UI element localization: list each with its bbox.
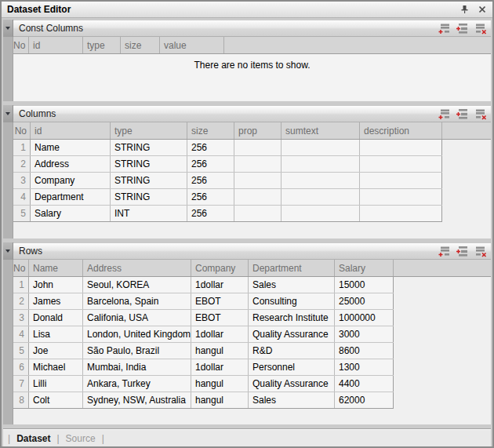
cell-salary[interactable]: 15000 [335,277,394,293]
cell-size[interactable]: 256 [187,156,234,172]
cell-id[interactable]: Name [31,140,111,155]
add-row-icon[interactable] [438,108,451,120]
table-row[interactable]: 5SalaryINT256 [13,206,442,222]
cell-department[interactable]: Research Institute [249,310,335,326]
table-row[interactable]: 2JamesBarcelona, SpainEBOTConsulting2500… [13,293,394,310]
cell-description[interactable] [360,140,442,155]
cell-company[interactable]: 1dollar [191,359,249,375]
cell-sumtext[interactable] [282,173,360,188]
cell-address[interactable]: Barcelona, Spain [83,293,191,309]
column-header-id[interactable]: id [29,37,83,53]
table-row[interactable]: 3CompanySTRING256 [13,173,442,189]
cell-salary[interactable]: 62000 [335,392,394,408]
cell-salary[interactable]: 25000 [335,293,394,309]
cell-address[interactable]: Califonia, USA [83,310,191,326]
cell-name[interactable]: Colt [29,392,83,408]
cell-description[interactable] [360,206,442,221]
tab-source[interactable]: Source [66,433,96,444]
column-header-size[interactable]: size [187,122,234,139]
cell-sumtext[interactable] [282,206,360,221]
cell-company[interactable]: 1dollar [191,326,249,342]
insert-row-icon[interactable] [456,23,469,35]
cell-type[interactable]: STRING [111,173,187,188]
cell-company[interactable]: EBOT [191,310,249,326]
table-row[interactable]: 4DepartmentSTRING256 [13,189,442,206]
tab-dataset[interactable]: Dataset [16,433,50,444]
cell-sumtext[interactable] [282,156,360,172]
table-row[interactable]: 2AddressSTRING256 [13,156,442,173]
column-header-no[interactable]: No [13,122,31,139]
cell-address[interactable]: Mumbai, India [83,359,191,375]
column-header-no[interactable]: No [13,37,29,53]
cell-prop[interactable] [234,140,282,155]
column-header-description[interactable]: description [360,122,442,139]
delete-row-icon[interactable] [474,246,487,257]
insert-row-icon[interactable] [456,246,469,257]
column-header-name[interactable]: Name [29,260,83,276]
cell-salary[interactable]: 4400 [335,376,394,392]
column-header-id[interactable]: id [31,122,111,139]
add-row-icon[interactable] [438,246,451,257]
delete-row-icon[interactable] [474,23,487,35]
cell-name[interactable]: Michael [29,359,83,375]
cell-company[interactable]: 1dollar [191,277,249,293]
column-header-salary[interactable]: Salary [335,260,394,276]
cell-prop[interactable] [234,173,282,188]
cell-description[interactable] [360,156,442,172]
column-header-address[interactable]: Address [83,260,191,276]
cell-type[interactable]: STRING [111,140,187,155]
cell-size[interactable]: 256 [187,173,234,188]
cell-id[interactable]: Address [31,156,111,172]
cell-address[interactable]: Seoul, KOREA [83,277,191,293]
cell-name[interactable]: Lisa [29,326,83,342]
cell-size[interactable]: 256 [187,189,234,205]
cell-sumtext[interactable] [282,189,360,205]
cell-name[interactable]: Lilli [29,376,83,392]
cell-sumtext[interactable] [282,140,360,155]
cell-salary[interactable]: 8600 [335,343,394,359]
table-row[interactable]: 1JohnSeoul, KOREA1dollarSales15000 [13,277,394,293]
column-header-value[interactable]: value [160,37,224,53]
add-row-icon[interactable] [438,23,451,35]
cell-department[interactable]: Sales [249,392,335,408]
column-header-prop[interactable]: prop [234,122,282,139]
table-row[interactable]: 3DonaldCalifonia, USAEBOTResearch Instit… [13,310,394,326]
cell-address[interactable]: São Paulo, Brazil [83,343,191,359]
column-header-department[interactable]: Department [249,260,335,276]
column-header-company[interactable]: Company [191,260,249,276]
cell-department[interactable]: R&D [249,343,335,359]
cell-type[interactable]: INT [111,206,187,221]
cell-prop[interactable] [234,206,282,221]
cell-id[interactable]: Department [31,189,111,205]
table-row[interactable]: 1NameSTRING256 [13,140,442,156]
collapse-toggle[interactable] [3,20,13,37]
cell-department[interactable]: Quality Assurance [249,326,335,342]
cell-company[interactable]: EBOT [191,293,249,309]
collapse-toggle[interactable] [3,105,13,122]
cell-type[interactable]: STRING [111,189,187,205]
table-row[interactable]: 7LilliAnkara, TurkeyhangulQuality Assura… [13,376,394,392]
table-row[interactable]: 8ColtSydney, NSW, AustraliahangulSales62… [13,392,394,409]
cell-name[interactable]: John [29,277,83,293]
cell-address[interactable]: Sydney, NSW, Australia [83,392,191,408]
insert-row-icon[interactable] [456,108,469,120]
pin-icon[interactable] [459,5,470,15]
cell-department[interactable]: Sales [249,277,335,293]
cell-name[interactable]: James [29,293,83,309]
cell-name[interactable]: Donald [29,310,83,326]
cell-prop[interactable] [234,156,282,172]
cell-size[interactable]: 256 [187,206,234,221]
collapse-toggle[interactable] [3,242,13,260]
cell-department[interactable]: Personnel [249,359,335,375]
cell-id[interactable]: Company [31,173,111,188]
cell-company[interactable]: hangul [191,376,249,392]
cell-description[interactable] [360,189,442,205]
table-row[interactable]: 6MichaelMumbai, India1dollarPersonnel130… [13,359,394,376]
cell-company[interactable]: hangul [191,343,249,359]
cell-prop[interactable] [234,189,282,205]
table-row[interactable]: 5JoeSão Paulo, BrazilhangulR&D8600 [13,343,394,359]
cell-name[interactable]: Joe [29,343,83,359]
cell-address[interactable]: Ankara, Turkey [83,376,191,392]
delete-row-icon[interactable] [474,108,487,120]
column-header-size[interactable]: size [121,37,160,53]
